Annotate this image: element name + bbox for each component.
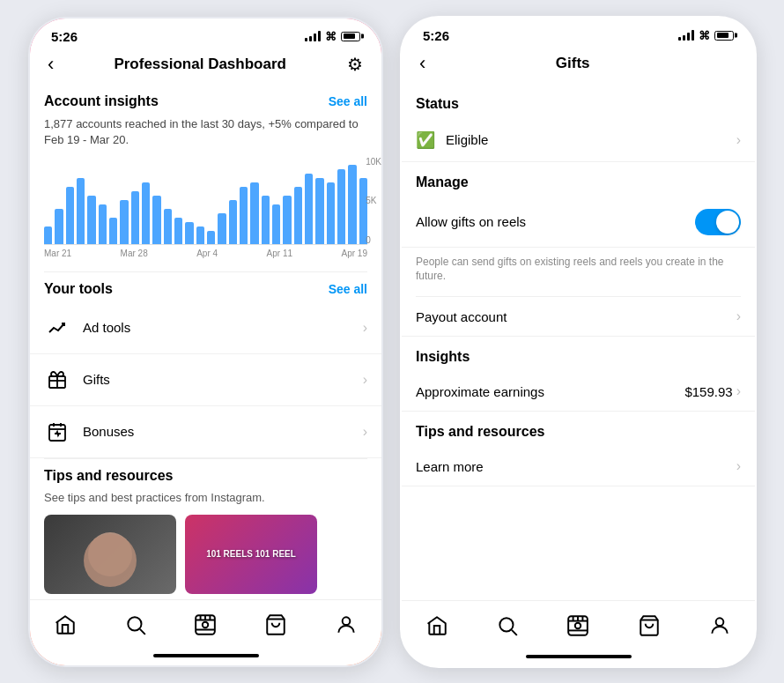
tip-card-2[interactable]: 101 REELS 101 REEL <box>185 515 317 594</box>
chart-bar <box>207 231 215 244</box>
account-insights-see-all[interactable]: See all <box>329 94 367 108</box>
signal-bar-r4 <box>692 30 694 41</box>
right-phone: 5:26 ⌘ ‹ Gifts <box>400 16 757 668</box>
nav-shop-left[interactable] <box>256 609 295 641</box>
svg-point-7 <box>128 617 141 630</box>
your-tools-header: Your tools See all <box>30 272 381 302</box>
content-scroll-left: Account insights See all 1,877 accounts … <box>30 85 381 599</box>
chart-bar <box>294 187 302 244</box>
chart-bar <box>250 182 258 244</box>
chart-bar <box>262 196 270 244</box>
tips-images: 101 REELS 101 REEL <box>30 515 381 594</box>
content-scroll-right: Status ✅ Eligible › Manage Allow gifts o… <box>402 84 755 600</box>
chart-bar <box>131 191 139 244</box>
manage-section-label: Manage <box>402 162 755 197</box>
page-title-left: Professional Dashboard <box>114 56 286 73</box>
chart-bar <box>164 209 172 244</box>
battery-icon-right <box>714 31 734 41</box>
page-title-right: Gifts <box>556 55 590 72</box>
eligible-row[interactable]: ✅ Eligible › <box>402 119 755 162</box>
settings-icon-left[interactable]: ⚙ <box>343 54 367 75</box>
chart-bar <box>142 182 150 244</box>
chart-bar <box>272 204 280 244</box>
nav-reels-right[interactable] <box>558 610 597 642</box>
status-time-left: 5:26 <box>51 29 78 44</box>
nav-home-left[interactable] <box>46 609 85 641</box>
allow-gifts-note: People can send gifts on existing reels … <box>402 248 755 297</box>
home-bar-right <box>526 655 632 658</box>
allow-gifts-row: Allow gifts on reels <box>402 197 755 248</box>
svg-point-18 <box>500 618 514 631</box>
signal-bar-r2 <box>683 35 685 41</box>
ad-tools-chevron: › <box>363 320 367 336</box>
signal-bar-1 <box>305 38 307 41</box>
status-icons-left: ⌘ <box>305 30 360 43</box>
your-tools-see-all[interactable]: See all <box>329 282 367 296</box>
svg-line-8 <box>140 628 145 634</box>
payout-account-row[interactable]: Payout account › <box>402 297 755 337</box>
allow-gifts-toggle[interactable] <box>695 209 741 235</box>
chart-bar <box>99 204 107 244</box>
phones-container: 5:26 ⌘ ‹ Professional Dash <box>27 16 757 668</box>
chart-bar <box>315 178 323 244</box>
chart-y-labels: 10K 5K 0 <box>366 157 381 245</box>
chart-bar <box>44 226 52 244</box>
learn-more-text: Learn more <box>416 459 736 474</box>
tool-item-gifts[interactable]: Gifts › <box>30 354 381 406</box>
bottom-nav-right <box>402 600 755 647</box>
tool-item-ad-tools[interactable]: Ad tools › <box>30 302 381 354</box>
svg-point-10 <box>203 621 209 627</box>
chart-bar <box>120 200 128 244</box>
nav-home-right[interactable] <box>418 610 456 642</box>
chart-bar <box>87 196 95 244</box>
eligible-chevron: › <box>736 132 741 148</box>
nav-profile-left[interactable] <box>327 609 366 641</box>
back-button-left[interactable]: ‹ <box>44 53 57 76</box>
tool-item-bonuses[interactable]: Bonuses › <box>30 406 381 458</box>
signal-bars-left <box>305 31 321 41</box>
back-button-right[interactable]: ‹ <box>416 52 429 75</box>
chart-bar <box>240 187 248 244</box>
tips-desc: See tips and best practices from Instagr… <box>30 489 381 515</box>
ad-tools-label: Ad tools <box>83 320 363 335</box>
battery-icon-left <box>341 32 360 41</box>
svg-point-21 <box>575 622 581 628</box>
ad-tools-icon <box>44 315 70 341</box>
learn-more-row[interactable]: Learn more › <box>402 447 755 486</box>
signal-bar-4 <box>318 31 321 41</box>
battery-fill-left <box>344 33 356 39</box>
approximate-earnings-value: $159.93 <box>684 384 732 399</box>
nav-reels-left[interactable] <box>186 609 225 641</box>
eligible-text: Eligible <box>446 132 736 147</box>
account-insights-title: Account insights <box>44 93 159 109</box>
toggle-knob <box>716 211 739 234</box>
chart-container: 10K 5K 0 Mar 21 Mar 28 Apr 4 Apr 11 Apr … <box>30 157 381 271</box>
tips-header: Tips and resources <box>30 459 381 489</box>
signal-bars-right <box>678 30 694 41</box>
nav-profile-right[interactable] <box>700 610 739 642</box>
nav-search-left[interactable] <box>116 609 155 641</box>
gifts-icon <box>44 367 70 393</box>
learn-more-chevron: › <box>736 458 741 474</box>
bonuses-icon <box>44 419 70 445</box>
chart-bar <box>283 196 291 244</box>
tips-title: Tips and resources <box>44 468 173 484</box>
gifts-chevron: › <box>363 372 367 388</box>
signal-bar-2 <box>309 36 312 41</box>
chart-bar <box>185 222 193 244</box>
chart-area <box>44 157 367 245</box>
chart-bar <box>305 174 313 244</box>
chart-bar <box>348 165 356 244</box>
approximate-earnings-row[interactable]: Approximate earnings $159.93 › <box>402 372 755 412</box>
nav-search-right[interactable] <box>488 610 527 642</box>
chart-bar <box>55 209 63 244</box>
earnings-chevron: › <box>736 383 741 399</box>
left-phone: 5:26 ⌘ ‹ Professional Dash <box>27 16 384 668</box>
chart-x-labels: Mar 21 Mar 28 Apr 4 Apr 11 Apr 19 <box>44 245 367 262</box>
payout-account-text: Payout account <box>416 309 736 324</box>
status-bar-right: 5:26 ⌘ <box>402 18 755 47</box>
nav-shop-right[interactable] <box>630 610 669 642</box>
nav-header-right: ‹ Gifts <box>402 47 755 84</box>
tip-card-1[interactable] <box>44 515 176 594</box>
approximate-earnings-label: Approximate earnings <box>416 384 684 399</box>
